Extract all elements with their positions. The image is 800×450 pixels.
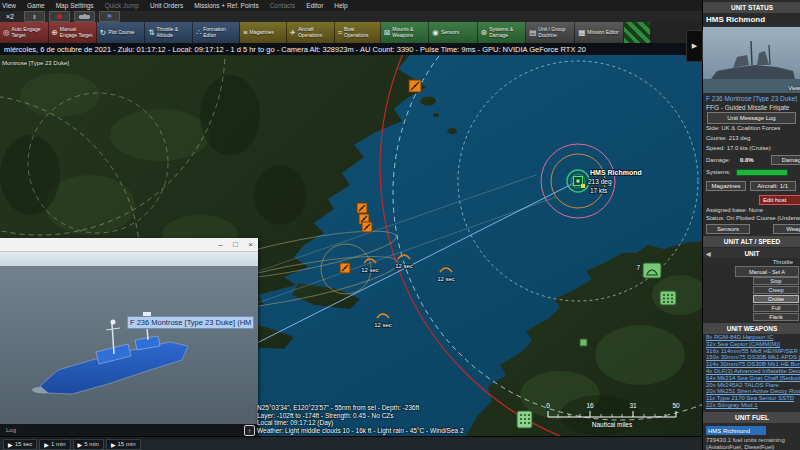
unit-weapons-header: UNIT WEAPONS (703, 323, 800, 334)
weapon-link[interactable]: 8x RGM-84D Harpoon IC (706, 334, 800, 341)
flank-button[interactable]: Flank (753, 313, 799, 321)
boat-operations-button[interactable]: ≈ Boat Operations (335, 22, 381, 43)
unit-course-label: 213 deg (588, 178, 612, 186)
stop-button[interactable]: Stop (753, 277, 799, 285)
island (433, 113, 439, 117)
weapon-link[interactable]: 64x Mk214 Sea Gnat Chaff [Seduction] (706, 375, 800, 382)
panel-collapse-handle[interactable]: ▶ (686, 30, 703, 62)
friendly-unit-icon[interactable] (580, 339, 587, 346)
weapon-link[interactable]: 4x DLF(3) Advanced Inflatable Decoy (706, 368, 800, 375)
time-1min-button[interactable]: ▶ 1 min (39, 439, 70, 450)
unit-message-log-button[interactable]: Unit Message Log (707, 112, 796, 124)
unit-tab[interactable]: ◀ UNIT (703, 248, 800, 258)
edit-hosted-units-button[interactable]: Edit host (759, 195, 800, 205)
aircraft-panel-button[interactable]: Aircraft: 1/1 (750, 181, 796, 191)
model-viewport[interactable] (0, 266, 258, 424)
window-title-bar[interactable]: – □ × (0, 238, 258, 252)
weapon-link[interactable]: 150x 30mm/75 DS30B Mk1 APDS [Burst (706, 354, 800, 361)
ship-icon (78, 14, 90, 19)
weapon-link[interactable]: 11x Type 2170 Sea Sentor SSTD (706, 395, 800, 402)
sensors-panel-button[interactable]: Sensors (706, 224, 750, 234)
aircraft-operations-button[interactable]: ✈ Aircraft Operations (287, 22, 335, 43)
damage-value: 0.0% (740, 157, 754, 163)
contact-icon[interactable] (362, 222, 372, 232)
weapon-link[interactable]: 114x 30mm/75 DS30B Mk1 HE Burst [ (706, 361, 800, 368)
weapons-panel-button[interactable]: Weap (773, 224, 800, 234)
pause-button[interactable]: ‖ (24, 11, 45, 22)
status-weather-line: Weather: Light middle clouds 10 - 16k ft… (257, 427, 587, 435)
menu-map-settings[interactable]: Map Settings (56, 2, 94, 9)
manual-engage-target-button[interactable]: ⊕ Manual Engage Target (49, 22, 97, 43)
formation-editor-button[interactable]: ∴ Formation Editor (193, 22, 240, 43)
full-button[interactable]: Full (753, 304, 799, 312)
menu-quick-jump[interactable]: Quick Jump (105, 2, 139, 9)
damage-label: Damage: (706, 157, 730, 163)
mounts-weapons-button[interactable]: ⊠ Mounts & Weapons (381, 22, 429, 43)
contact-icon[interactable] (409, 80, 421, 92)
fuel-types: (AviationFuel, DieselFuel) (706, 444, 800, 450)
ship-3d-model (0, 266, 258, 424)
menu-game[interactable]: Game (27, 2, 45, 9)
damage-button[interactable]: Damage (771, 155, 800, 165)
menu-missions-ref-points[interactable]: Missions + Ref. Points (194, 2, 258, 9)
time-15sec-button[interactable]: ▶ 15 sec (3, 439, 37, 450)
unit-label: HMS Richmond (590, 169, 642, 176)
minimize-button[interactable]: – (213, 239, 228, 251)
unit-class-link[interactable]: F 236 Montrose [Type 23 Duke] (706, 95, 800, 102)
cruise-button[interactable]: Cruise (753, 295, 799, 303)
throttle-altitude-button[interactable]: ⇅ Throttle & Altitude (145, 22, 193, 43)
time-step-bar: ▶ 15 sec ▶ 1 min ▶ 5 min ▶ 15 min (0, 436, 705, 450)
radar-facility-icon[interactable] (643, 263, 661, 278)
time-15min-button[interactable]: ▶ 15 min (106, 439, 141, 450)
fuel-unit-row[interactable]: HMS Richmond (706, 426, 766, 435)
creep-button[interactable]: Creep (753, 286, 799, 294)
island (420, 97, 436, 106)
airfield-facility-icon[interactable] (660, 291, 676, 305)
selected-unit-name: HMS Richmond (706, 15, 800, 24)
sensors-button[interactable]: ◉ Sensors (429, 22, 478, 43)
weapon-link[interactable]: 20x Mk251 Siren Active Decoy Round (706, 388, 800, 395)
cmo-application: ViewGameMap SettingsQuick JumpUnit Order… (0, 0, 800, 450)
weapon-link[interactable]: 316x 114mm/55 Mk8 HE/IMP/SER HE (706, 348, 800, 355)
toolbar-button-icon: ≈ (338, 28, 342, 37)
model-viewer-window[interactable]: – □ × Log (0, 238, 258, 436)
unit-group-doctrine-button[interactable]: ▤ Unit / Group Doctrine (526, 22, 575, 43)
magazines-button[interactable]: ≡ Magazines (240, 22, 286, 43)
weapon-link[interactable]: 20x Mk245A2 TALOS Flare (706, 382, 800, 389)
ship-view-button[interactable] (74, 11, 95, 22)
fuel-remaining: 739430.1 fuel units remaining (706, 437, 800, 443)
systems-damage-button[interactable]: ⊛ Systems & Damage (478, 22, 526, 43)
island (447, 128, 457, 134)
menu-unit-orders[interactable]: Unit Orders (150, 2, 183, 9)
contact-icon[interactable] (357, 203, 367, 213)
weapon-link[interactable]: 32x Sea Ceptor [CAMM(M)] (706, 341, 800, 348)
menu-contacts[interactable]: Contacts (270, 2, 296, 9)
close-button[interactable]: × (243, 239, 258, 251)
view-camera-link[interactable]: View (788, 85, 800, 91)
record-button[interactable] (49, 11, 70, 22)
weapon-link[interactable]: 22x Stingray Mod 1 (706, 402, 800, 409)
maximize-button[interactable]: □ (228, 239, 243, 251)
selected-unit-corner-label: Montrose [Type 23 Duke] (2, 60, 69, 66)
mission-editor-button[interactable]: ▦ Mission Editor (575, 22, 624, 43)
contact-icon[interactable] (340, 263, 350, 273)
unit-status-header: UNIT STATUS (703, 2, 800, 13)
unit-photo: View (703, 27, 800, 93)
unit-course: Course: 213 deg (706, 135, 800, 141)
plot-course-button[interactable]: ↻ Plot Course (97, 22, 145, 43)
manual-altitude-button[interactable]: Manual - Set A (735, 266, 799, 277)
toolbar-button-icon: ⇅ (148, 28, 154, 37)
contact-timer-label: 12 sec (374, 322, 392, 328)
time-5min-button[interactable]: ▶ 5 min (73, 439, 104, 450)
bookmark-button[interactable]: ⚑ (99, 11, 120, 22)
chevron-left-icon[interactable]: ◀ (706, 250, 711, 257)
menu-help[interactable]: Help (334, 2, 347, 9)
toolbar: ◎ Auto Engage Target ⊕ Manual Engage Tar… (0, 22, 702, 43)
flag-icon: ⚑ (106, 13, 112, 21)
magazines-panel-button[interactable]: Magazines (706, 181, 746, 191)
auto-engage-target-button[interactable]: ◎ Auto Engage Target (0, 22, 49, 43)
menu-view[interactable]: View (2, 2, 16, 9)
pop-out-icon[interactable]: ↑ (244, 425, 255, 436)
menu-editor[interactable]: Editor (306, 2, 323, 9)
contact-timer-label: 12 sec (361, 267, 379, 273)
